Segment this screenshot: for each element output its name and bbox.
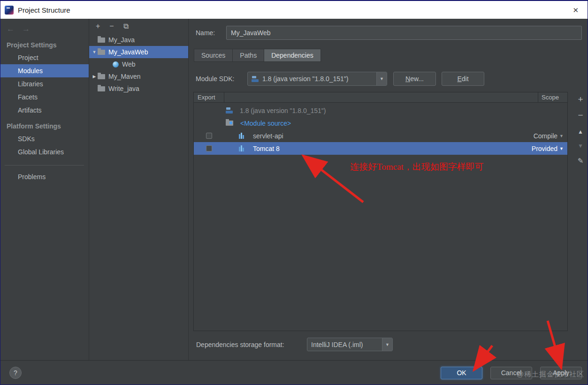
sidebar-item-libraries[interactable]: Libraries (0, 77, 89, 91)
storage-format-value: IntelliJ IDEA (.iml) (307, 341, 382, 348)
tab-sources[interactable]: Sources (194, 49, 233, 62)
help-button[interactable]: ? (9, 367, 22, 379)
add-module-icon[interactable]: + (96, 23, 100, 30)
new-sdk-button[interactable]: New... (393, 72, 436, 86)
storage-format-select[interactable]: IntelliJ IDEA (.iml) ▼ (307, 338, 393, 351)
folder-icon (98, 86, 105, 91)
sidebar-item-problems[interactable]: Problems (0, 170, 89, 183)
dialog-footer: ? OK Cancel Apply @稀土掘金技术社区 (0, 360, 588, 385)
tree-item-label: Web (122, 60, 136, 68)
dependencies-table: Export Scope 1.8 (java version "1.8.0_15… (193, 92, 568, 331)
sdk-icon (226, 107, 233, 113)
folder-icon (98, 50, 105, 55)
chevron-down-icon: ▼ (559, 146, 564, 151)
folder-icon (98, 74, 105, 79)
collapse-icon[interactable]: ▶ (91, 74, 98, 79)
dependency-row-tomcat-8[interactable]: Tomcat 8 Provided ▼ (194, 142, 567, 155)
forward-icon[interactable]: → (22, 24, 30, 35)
storage-format-label: Dependencies storage format: (196, 341, 284, 348)
scope-dropdown[interactable]: Compile ▼ (534, 132, 567, 140)
module-tabs: Sources Paths Dependencies (194, 49, 321, 62)
dependency-label: Tomcat 8 (253, 145, 280, 152)
project-structure-icon (5, 6, 14, 15)
scope-column-header: Scope (542, 94, 559, 101)
tree-item-my-java[interactable]: My_Java (89, 34, 188, 46)
sidebar-divider (5, 165, 84, 166)
tree-item-my-maven[interactable]: ▶ My_Maven (89, 70, 188, 83)
dependencies-toolbar: + − ▲ ▼ ✎ (574, 94, 587, 164)
name-label: Name: (196, 29, 215, 37)
tab-paths[interactable]: Paths (232, 49, 264, 62)
sdk-icon (252, 76, 259, 82)
module-sdk-select[interactable]: 1.8 (java version "1.8.0_151") ▼ (247, 72, 387, 86)
sidebar-item-project[interactable]: Project (0, 51, 89, 64)
edit-sdk-button[interactable]: Edit (442, 72, 484, 86)
sidebar-item-artifacts[interactable]: Artifacts (0, 104, 89, 117)
export-column-header: Export (198, 94, 215, 101)
title-bar: Project Structure ✕ (0, 0, 588, 19)
tree-item-write-java[interactable]: Write_java (89, 83, 188, 95)
chevron-down-icon[interactable]: ▼ (382, 338, 392, 351)
dependency-row-jdk[interactable]: 1.8 (java version "1.8.0_151") (194, 104, 567, 117)
column-separator (224, 92, 224, 103)
chevron-down-icon: ▼ (559, 134, 564, 138)
move-down-icon[interactable]: ▼ (578, 143, 583, 149)
chevron-down-icon[interactable]: ▼ (376, 72, 387, 85)
section-project-settings: Project Settings (0, 36, 89, 51)
module-editor-panel: Name: Sources Paths Dependencies Module … (189, 19, 588, 360)
folder-icon (98, 38, 105, 43)
scope-dropdown[interactable]: Provided ▼ (532, 145, 567, 152)
tree-item-label: Write_java (108, 85, 139, 92)
sidebar-item-facets[interactable]: Facets (0, 91, 89, 104)
module-sdk-value: 1.8 (java version "1.8.0_151") (259, 75, 376, 83)
dependency-row-module-source[interactable]: <Module source> (194, 117, 567, 129)
expand-icon[interactable]: ▼ (91, 50, 98, 54)
tree-item-label: My_Java (108, 36, 135, 44)
tab-dependencies[interactable]: Dependencies (264, 49, 321, 62)
tree-item-label: My_Maven (108, 73, 140, 80)
scope-value: Compile (534, 132, 557, 140)
library-icon (239, 145, 246, 151)
apply-button[interactable]: Apply (540, 367, 582, 379)
annotation-text: 连接好Tomcat，出现如图字样即可 (350, 161, 484, 173)
sidebar-item-sdks[interactable]: SDKs (0, 132, 89, 145)
settings-sidebar: ← → Project Settings Project Modules Lib… (0, 19, 89, 360)
dependencies-table-header: Export Scope (194, 92, 567, 103)
modules-tree-panel: + − ⧉ My_Java ▼ My_JavaWeb Web ▶ My_Mave… (89, 19, 189, 360)
tree-item-label: My_JavaWeb (108, 48, 148, 56)
library-icon (239, 133, 246, 139)
dependency-row-servlet-api[interactable]: servlet-api Compile ▼ (194, 129, 567, 142)
remove-dependency-icon[interactable]: − (578, 111, 583, 120)
back-icon[interactable]: ← (7, 24, 15, 35)
cancel-button[interactable]: Cancel (490, 367, 532, 379)
section-platform-settings: Platform Settings (0, 117, 89, 132)
dependency-label: servlet-api (253, 132, 283, 140)
web-facet-icon (113, 61, 119, 68)
export-checkbox[interactable] (206, 145, 212, 151)
scope-value: Provided (532, 145, 557, 152)
module-source-icon (226, 121, 233, 126)
copy-module-icon[interactable]: ⧉ (123, 23, 129, 30)
close-icon[interactable]: ✕ (570, 5, 581, 15)
module-name-input[interactable] (226, 26, 582, 40)
remove-module-icon[interactable]: − (109, 23, 114, 30)
tree-item-web[interactable]: Web (89, 58, 188, 70)
edit-dependency-icon[interactable]: ✎ (578, 157, 584, 164)
dependency-label: 1.8 (java version "1.8.0_151") (240, 107, 326, 114)
tree-item-my-javaweb[interactable]: ▼ My_JavaWeb (89, 46, 188, 58)
window-title: Project Structure (18, 6, 70, 14)
export-cell (194, 133, 224, 139)
move-up-icon[interactable]: ▲ (578, 129, 583, 135)
column-separator (538, 92, 538, 103)
module-sdk-label: Module SDK: (196, 75, 234, 83)
add-dependency-icon[interactable]: + (578, 95, 583, 104)
sidebar-item-global-libraries[interactable]: Global Libraries (0, 145, 89, 159)
export-checkbox[interactable] (206, 133, 212, 139)
sidebar-item-modules[interactable]: Modules (0, 64, 89, 77)
export-cell (194, 145, 224, 151)
ok-button[interactable]: OK (441, 367, 482, 379)
dependency-label: <Module source> (240, 120, 291, 127)
